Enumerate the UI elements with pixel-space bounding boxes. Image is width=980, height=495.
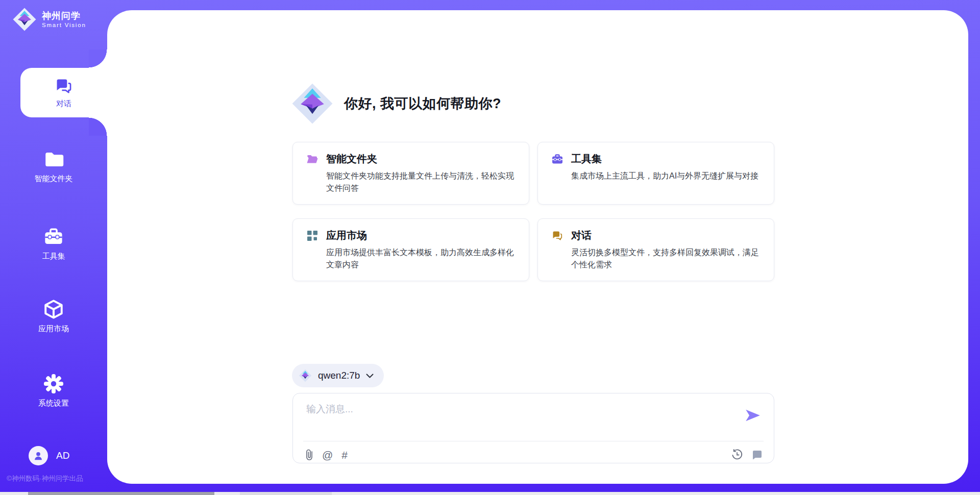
model-selector[interactable]: qwen2:7b (292, 364, 384, 387)
os-bottom-strip (0, 492, 980, 495)
card-description: 集成市场上主流工具，助力AI与外界无缝扩展与对接 (571, 170, 761, 182)
sidebar-item-label: 智能文件夹 (35, 174, 73, 184)
chevron-down-icon (366, 374, 374, 378)
sidebar-item-toolset[interactable]: 工具集 (0, 226, 107, 261)
send-icon (744, 407, 762, 424)
person-icon (33, 450, 44, 461)
tab-fillet-bottom (89, 117, 107, 136)
folder-icon (43, 148, 64, 170)
card-title: 智能文件夹 (326, 152, 377, 166)
history-icon[interactable] (731, 449, 743, 461)
card-head: 应用市场 (306, 229, 516, 242)
user-name: AD (56, 450, 69, 461)
main-panel: 你好, 我可以如何帮助你? 智能文件夹 智能文件夹功能支持批量文件上传与清洗，轻… (107, 10, 968, 484)
composer-divider (303, 441, 764, 441)
feedback-bubble (750, 449, 763, 461)
sidebar-item-settings[interactable]: 系统设置 (0, 373, 107, 408)
send-button[interactable] (744, 407, 762, 424)
card-title: 工具集 (571, 152, 602, 166)
logo-diamond-icon (299, 369, 312, 382)
paperclip-icon[interactable] (305, 449, 313, 461)
at-icon[interactable]: @ (322, 450, 333, 460)
gear-icon (43, 373, 64, 394)
model-name: qwen2:7b (318, 370, 360, 381)
hash-icon[interactable]: # (341, 450, 348, 460)
user-profile[interactable]: AD (29, 446, 69, 465)
brand[interactable]: 神州问学 Smart Vision (12, 7, 86, 32)
toolbox-icon (551, 153, 564, 165)
message-input[interactable] (305, 402, 726, 432)
card-head: 智能文件夹 (306, 152, 516, 166)
toolbox-icon (43, 226, 64, 247)
brand-subtitle: Smart Vision (42, 21, 86, 29)
composer-toolbar: @ # (305, 444, 763, 465)
chat-icon (551, 230, 564, 242)
card-chat[interactable]: 对话 灵活切换多模型文件，支持多样回复效果调试，满足个性化需求 (537, 218, 774, 281)
sidebar-item-label: 系统设置 (38, 399, 69, 408)
os-strip-segment (240, 492, 332, 495)
greeting: 你好, 我可以如何帮助你? (291, 82, 501, 125)
sidebar-item-label: 对话 (56, 99, 71, 109)
card-description: 应用市场提供丰富长文本模板，助力高效生成多样化文章内容 (326, 246, 516, 271)
sidebar-item-label: 工具集 (42, 252, 65, 261)
sidebar-item-label: 应用市场 (38, 324, 69, 334)
folder-open-icon (306, 153, 318, 165)
avatar (29, 446, 48, 465)
sidebar-item-chat[interactable]: 对话 (20, 68, 107, 117)
sidebar-item-smart-folder[interactable]: 智能文件夹 (0, 148, 107, 184)
chat-icon (54, 77, 74, 96)
card-description: 灵活切换多模型文件，支持多样回复效果调试，满足个性化需求 (571, 246, 761, 271)
card-smart-folder[interactable]: 智能文件夹 智能文件夹功能支持批量文件上传与清洗，轻松实现文件问答 (292, 142, 529, 205)
logo-diamond-icon (291, 82, 334, 125)
composer: @ # (292, 393, 774, 463)
cube-icon (43, 299, 64, 320)
card-title: 对话 (571, 229, 592, 242)
composer-toolbar-right (731, 449, 763, 461)
brand-name: 神州问学 (42, 10, 86, 21)
logo-diamond-icon (12, 7, 37, 32)
greeting-title: 你好, 我可以如何帮助你? (344, 94, 501, 113)
card-toolset[interactable]: 工具集 集成市场上主流工具，助力AI与外界无缝扩展与对接 (537, 142, 774, 205)
brand-text: 神州问学 Smart Vision (42, 10, 86, 29)
card-head: 对话 (551, 229, 761, 242)
feedback-icon[interactable] (750, 449, 763, 461)
card-description: 智能文件夹功能支持批量文件上传与清洗，轻松实现文件问答 (326, 170, 516, 194)
os-strip-segment (28, 492, 214, 495)
grid-icon (306, 230, 318, 242)
card-head: 工具集 (551, 152, 761, 166)
sidebar-footer: ©神州数码·神州问学出品 (7, 474, 83, 483)
card-app-market[interactable]: 应用市场 应用市场提供丰富长文本模板，助力高效生成多样化文章内容 (292, 218, 529, 281)
sidebar-item-app-market[interactable]: 应用市场 (0, 299, 107, 334)
tab-fillet-top (89, 50, 107, 68)
card-title: 应用市场 (326, 229, 367, 242)
